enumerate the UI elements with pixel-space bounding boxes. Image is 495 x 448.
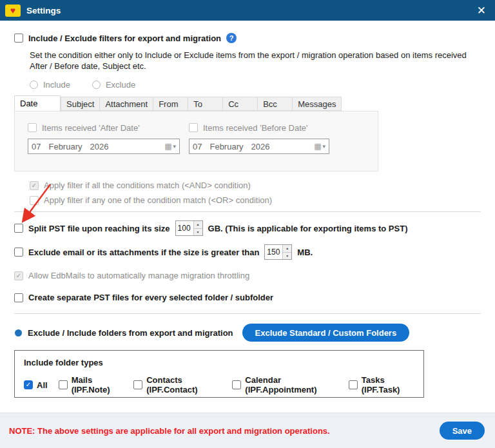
- after-month: February: [48, 142, 82, 151]
- split-pst-suffix: GB. (This is applicable for exporting it…: [208, 224, 408, 233]
- check-icon: ✓: [16, 273, 21, 279]
- footer-note: NOTE: The above settings are applicable …: [9, 426, 330, 436]
- include-radio-label: Include: [43, 80, 70, 90]
- split-pst-size-input[interactable]: [176, 221, 193, 235]
- tab-messages[interactable]: Messages: [293, 97, 342, 111]
- exclude-email-size-suffix: MB.: [297, 248, 313, 257]
- tab-subject[interactable]: Subject: [61, 97, 100, 111]
- folder-type-all: ✓ All: [24, 380, 48, 390]
- exclude-email-size-stepper: ▲ ▼: [264, 244, 292, 260]
- divider: [14, 313, 481, 314]
- date-tab-panel: Items received 'After Date' 07 February …: [14, 111, 378, 171]
- exclude-email-size-label: Exclude email or its attachments if the …: [28, 248, 259, 257]
- close-icon[interactable]: ✕: [474, 4, 489, 17]
- tab-date[interactable]: Date: [14, 95, 61, 111]
- before-date-label: Items received 'Before Date': [203, 123, 307, 133]
- help-icon[interactable]: ?: [226, 33, 237, 43]
- tab-from[interactable]: From: [153, 97, 188, 111]
- folder-type-calendar: Calendar (IPF.Appointment): [232, 375, 337, 394]
- calendar-icon: ▦: [164, 142, 171, 151]
- footer-bar: NOTE: The above settings are applicable …: [0, 413, 495, 448]
- tab-bcc[interactable]: Bcc: [258, 97, 293, 111]
- folder-type-mails: Mails (IPF.Note): [59, 375, 123, 394]
- spin-down-icon[interactable]: ▼: [194, 229, 202, 236]
- include-radio-group: Include: [30, 80, 70, 90]
- dialog-title: Settings: [26, 6, 61, 15]
- split-pst-label: Split PST file upon reaching its size: [28, 224, 170, 233]
- folder-type-contacts: Contacts (IPF.Contact): [133, 375, 221, 394]
- throttling-checkbox[interactable]: ✓: [14, 271, 23, 280]
- spin-up-icon[interactable]: ▲: [194, 221, 202, 229]
- chevron-down-icon[interactable]: ▾: [322, 143, 325, 150]
- settings-dialog: { "titlebar": { "title": "Settings" }, "…: [0, 0, 495, 448]
- divider: [14, 211, 481, 212]
- tab-attachment[interactable]: Attachment: [100, 97, 153, 111]
- calendar-icon: ▦: [314, 142, 321, 151]
- or-condition-label: Apply filter if any one of the condition…: [44, 195, 272, 205]
- filter-tabs: Date Subject Attachment From To Cc Bcc M…: [14, 95, 481, 111]
- after-date-picker[interactable]: 07 February 2026 ▦ ▾: [28, 139, 180, 154]
- after-day: 07: [32, 142, 41, 151]
- or-condition-checkbox[interactable]: [30, 196, 39, 205]
- heart-icon: ♥: [10, 6, 15, 15]
- after-year: 2026: [90, 142, 109, 151]
- all-checkbox[interactable]: ✓: [24, 380, 33, 389]
- filters-description: Set the condition either only to Include…: [30, 50, 481, 72]
- mails-checkbox[interactable]: [59, 380, 68, 389]
- exclude-email-size-input[interactable]: [265, 245, 282, 259]
- exclude-radio-label: Exclude: [106, 80, 135, 90]
- before-day: 07: [193, 142, 202, 151]
- and-condition-label: Apply filter if all the conditions match…: [44, 180, 251, 190]
- tasks-label: Tasks (IPF.Task): [362, 375, 414, 394]
- mails-label: Mails (IPF.Note): [72, 375, 123, 394]
- exclude-folders-button[interactable]: Exclude Standard / Custom Folders: [242, 324, 410, 342]
- tab-to[interactable]: To: [188, 97, 223, 111]
- contacts-label: Contacts (IPF.Contact): [146, 375, 221, 394]
- separate-pst-checkbox[interactable]: [14, 293, 23, 302]
- split-pst-checkbox[interactable]: [14, 224, 23, 233]
- folders-radio[interactable]: [15, 329, 22, 336]
- exclude-radio[interactable]: [92, 81, 101, 89]
- titlebar: ♥ Settings ✕: [0, 0, 495, 21]
- calendar-checkbox[interactable]: [232, 380, 241, 389]
- save-button[interactable]: Save: [440, 422, 485, 440]
- separate-pst-label: Create separate PST files for every sele…: [28, 293, 273, 302]
- before-month: February: [209, 142, 243, 151]
- all-label: All: [37, 380, 48, 390]
- tasks-checkbox[interactable]: [349, 380, 358, 389]
- tab-cc[interactable]: Cc: [223, 97, 258, 111]
- after-date-checkbox[interactable]: [28, 123, 37, 132]
- dialog-content: Include / Exclude filters for export and…: [0, 33, 495, 398]
- spin-down-icon[interactable]: ▼: [283, 253, 291, 260]
- folder-types-box: Include folder types ✓ All Mails (IPF.No…: [14, 350, 424, 398]
- before-date-picker[interactable]: 07 February 2026 ▦ ▾: [189, 139, 329, 154]
- check-icon: ✓: [32, 182, 37, 189]
- after-date-label: Items received 'After Date': [42, 123, 140, 133]
- split-pst-size-stepper: ▲ ▼: [175, 220, 203, 236]
- exclude-radio-group: Exclude: [92, 80, 135, 90]
- folder-type-tasks: Tasks (IPF.Task): [349, 375, 414, 394]
- and-condition-checkbox[interactable]: ✓: [30, 181, 39, 190]
- before-year: 2026: [251, 142, 270, 151]
- exclude-email-size-checkbox[interactable]: [14, 248, 23, 257]
- contacts-checkbox[interactable]: [133, 380, 142, 389]
- throttling-label: Allow EdbMails to automatically manage m…: [28, 271, 249, 280]
- chevron-down-icon[interactable]: ▾: [173, 143, 176, 150]
- calendar-label: Calendar (IPF.Appointment): [245, 375, 337, 394]
- check-icon: ✓: [26, 382, 31, 388]
- edbmails-logo-icon: ♥: [5, 5, 21, 17]
- folder-types-title: Include folder types: [24, 358, 414, 367]
- include-exclude-filters-label: Include / Exclude filters for export and…: [28, 34, 221, 43]
- before-date-checkbox[interactable]: [189, 123, 198, 132]
- spin-up-icon[interactable]: ▲: [283, 245, 291, 253]
- folders-radio-label: Exclude / Include folders from export an…: [28, 328, 233, 338]
- include-radio[interactable]: [30, 81, 38, 89]
- include-exclude-filters-checkbox[interactable]: [14, 34, 23, 43]
